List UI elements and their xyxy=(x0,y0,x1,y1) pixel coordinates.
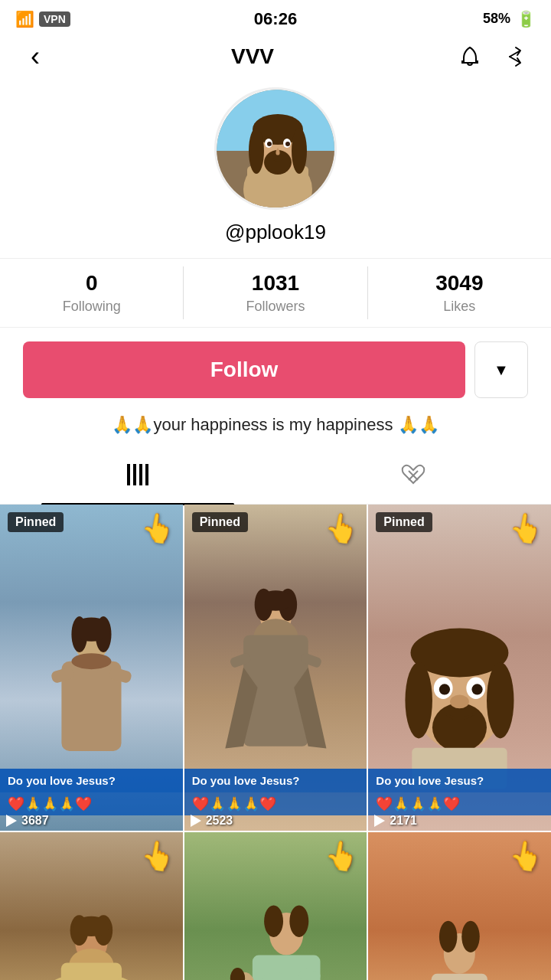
video-emojis: ❤️🙏🙏🙏❤️ xyxy=(184,792,367,815)
svg-point-27 xyxy=(71,653,111,669)
play-count: 2523 xyxy=(206,814,233,828)
action-row: Follow ▼ xyxy=(0,328,551,412)
bio-text: 🙏🙏your happiness is my happiness 🙏🙏 xyxy=(89,412,461,451)
heart-broken-icon xyxy=(401,463,425,492)
svg-point-42 xyxy=(432,703,487,752)
svg-rect-19 xyxy=(145,464,148,485)
tabs xyxy=(0,451,551,505)
follow-button[interactable]: Follow xyxy=(23,341,465,398)
svg-point-69 xyxy=(439,921,457,952)
svg-point-25 xyxy=(73,617,110,641)
likes-stat[interactable]: 3049 Likes xyxy=(368,259,551,327)
play-icon xyxy=(374,815,385,827)
following-label: Following xyxy=(63,299,121,315)
followers-stat[interactable]: 1031 Followers xyxy=(184,259,367,327)
hand-pointer-icon: 👆 xyxy=(138,509,178,547)
status-left: 📶 VPN xyxy=(15,10,70,28)
hand-pointer-icon: 👆 xyxy=(507,509,546,547)
dropdown-button[interactable]: ▼ xyxy=(474,341,528,398)
video-cell[interactable]: 👆Do you love Jesus?❤️🙏🙏🙏💜2190 xyxy=(184,832,367,980)
hand-pointer-icon: 👆 xyxy=(138,838,178,875)
video-emojis: ❤️🙏🙏🙏❤️ xyxy=(0,792,183,815)
video-grid: 👆PinnedDo you love Jesus?❤️🙏🙏🙏❤️3687 👆Pi… xyxy=(0,505,551,980)
svg-point-64 xyxy=(230,968,244,980)
vpn-badge: VPN xyxy=(39,11,70,27)
video-cell[interactable]: 👆PinnedDo you love Jesus?❤️🙏🙏🙏❤️2171 xyxy=(368,505,551,831)
play-icon xyxy=(191,815,201,827)
username: @pplook19 xyxy=(225,220,326,244)
profile-section: @pplook19 0 Following 1031 Followers 304… xyxy=(0,80,551,505)
svg-point-8 xyxy=(249,128,264,174)
play-count-row: 2171 xyxy=(374,814,417,828)
nav-actions xyxy=(453,40,533,74)
svg-point-40 xyxy=(406,662,433,738)
avatar xyxy=(214,87,337,210)
video-cell[interactable]: 👆PinnedDo you love Jesus?❤️🙏🙏🙏❤️3687 xyxy=(0,505,183,831)
status-time: 06:26 xyxy=(254,9,297,29)
play-count-row: 2523 xyxy=(191,814,233,828)
followers-count: 1031 xyxy=(252,271,299,296)
status-right: 58% 🔋 xyxy=(483,10,536,28)
video-emojis: ❤️🙏🙏🙏❤️ xyxy=(368,792,551,815)
back-button[interactable]: ‹ xyxy=(18,40,52,74)
avatar-image xyxy=(217,90,337,210)
svg-rect-16 xyxy=(127,464,130,485)
video-caption: Do you love Jesus? xyxy=(0,769,183,793)
hand-pointer-icon: 👆 xyxy=(507,838,546,875)
page-title: VVV xyxy=(231,44,274,69)
stats-row: 0 Following 1031 Followers 3049 Likes xyxy=(0,258,551,328)
hand-pointer-icon: 👆 xyxy=(322,838,362,875)
play-count: 3687 xyxy=(21,814,49,828)
svg-point-41 xyxy=(487,662,514,738)
grid-icon xyxy=(126,464,150,491)
battery-percent: 58% xyxy=(483,11,510,27)
signal-icons: 📶 VPN xyxy=(15,10,70,28)
video-cell[interactable]: 👆Do you love Jesus?❤️🙏🙏🙏💜2425 xyxy=(0,832,183,980)
video-caption: Do you love Jesus? xyxy=(184,769,367,793)
video-cell[interactable]: 👆PinnedDo you love Jesus?❤️🙏🙏🙏❤️2523 xyxy=(184,505,367,831)
video-caption: Do you love Jesus? xyxy=(368,769,551,793)
pinned-badge: Pinned xyxy=(8,512,64,532)
following-count: 0 xyxy=(86,271,98,296)
play-count: 2171 xyxy=(390,814,417,828)
svg-point-70 xyxy=(462,921,480,952)
tab-liked[interactable] xyxy=(276,451,551,504)
svg-point-52 xyxy=(73,916,110,936)
svg-point-14 xyxy=(285,142,290,146)
play-count-row: 3687 xyxy=(6,814,49,828)
pinned-badge: Pinned xyxy=(192,512,248,532)
dropdown-arrow-icon: ▼ xyxy=(494,361,509,379)
play-icon xyxy=(6,815,17,827)
pinned-badge: Pinned xyxy=(376,512,432,532)
battery-icon: 🔋 xyxy=(517,10,536,28)
svg-rect-17 xyxy=(133,464,136,485)
tab-videos[interactable] xyxy=(0,451,276,504)
header-nav: ‹ VVV xyxy=(0,34,551,80)
svg-point-9 xyxy=(292,128,307,174)
svg-point-33 xyxy=(259,590,293,610)
svg-rect-71 xyxy=(432,974,487,980)
share-icon[interactable] xyxy=(499,40,533,74)
svg-rect-18 xyxy=(139,464,142,485)
svg-point-45 xyxy=(439,684,450,694)
svg-point-13 xyxy=(267,142,272,146)
notification-bell-icon[interactable] xyxy=(453,40,487,74)
status-bar: 📶 VPN 06:26 58% 🔋 xyxy=(0,0,551,34)
svg-point-47 xyxy=(450,695,469,709)
svg-point-46 xyxy=(472,684,483,694)
likes-count: 3049 xyxy=(435,271,483,296)
hand-pointer-icon: 👆 xyxy=(322,509,362,547)
wifi-icon: 📶 xyxy=(15,10,34,28)
svg-point-59 xyxy=(264,906,283,938)
svg-rect-54 xyxy=(61,963,122,980)
video-cell[interactable]: 👆Do you love Jesus?💗🙏🙏🙏💚303www.heijingch… xyxy=(368,832,551,980)
following-stat[interactable]: 0 Following xyxy=(0,259,183,327)
likes-label: Likes xyxy=(443,299,475,315)
svg-point-60 xyxy=(289,906,308,938)
followers-label: Followers xyxy=(246,299,305,315)
